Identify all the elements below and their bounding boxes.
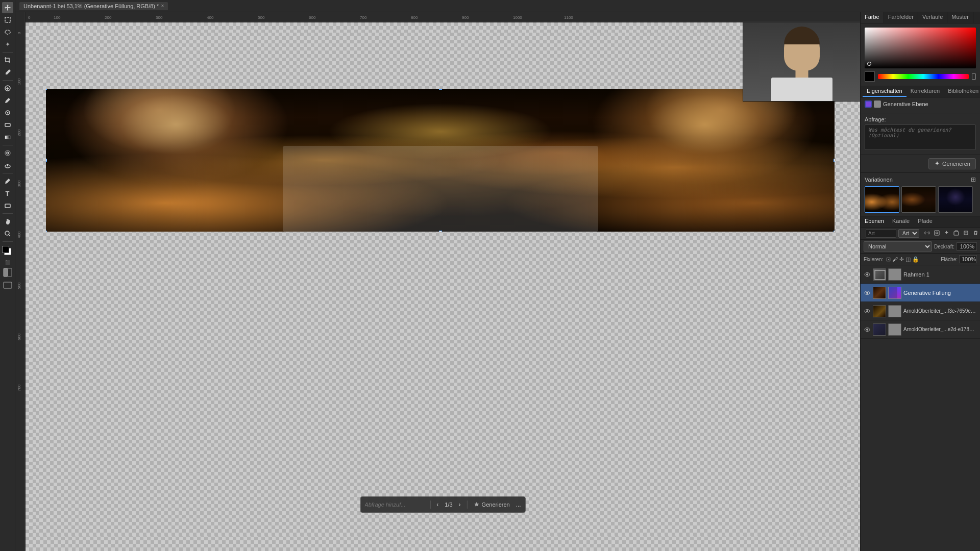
deckkraft-value[interactable]: 100% (957, 242, 977, 251)
gen-fill-input[interactable] (364, 502, 426, 508)
tool-brush[interactable] (2, 95, 13, 106)
prev-variation-button[interactable]: ‹ (434, 500, 440, 509)
tab-verlaufe[interactable]: Verläufe (918, 12, 947, 23)
screen-mode-icon[interactable] (3, 282, 12, 290)
color-boxes[interactable] (2, 246, 13, 257)
quick-mask-icon[interactable] (3, 268, 12, 279)
layer-mask-thumbnail (888, 268, 901, 281)
layer-visibility-button[interactable] (864, 326, 871, 333)
tab-farbe[interactable]: Farbe (861, 12, 884, 23)
layer-mask-thumbnail (888, 305, 901, 317)
tool-crop[interactable] (2, 55, 13, 66)
close-tab-button[interactable]: × (161, 3, 164, 9)
layer-search-input[interactable] (866, 229, 896, 238)
abfrage-label: Abfrage: (865, 116, 976, 122)
generieren-inline-button[interactable]: Generieren (472, 500, 512, 509)
svg-text:0: 0 (28, 15, 31, 20)
hue-slider-handle[interactable] (972, 73, 976, 80)
tool-clone[interactable] (2, 107, 13, 118)
svg-rect-37 (874, 101, 881, 108)
grid-view-icon[interactable]: ⊞ (971, 176, 976, 183)
tool-heal[interactable] (2, 83, 13, 94)
layer-item[interactable]: ArnoldOberleiter_...e2d-e17873a531ac (861, 320, 980, 339)
svg-rect-8 (5, 204, 10, 208)
layer-group-button[interactable] (952, 230, 960, 237)
tab-bibliotheken[interactable]: Bibliotheken (944, 86, 980, 97)
more-options-button[interactable]: ... (516, 501, 521, 508)
gen-layer-info: Generative Ebene (861, 97, 980, 113)
fix-position-icon[interactable]: ✛ (899, 256, 904, 263)
tab-eigenschaften[interactable]: Eigenschaften (863, 86, 906, 97)
tool-dodge[interactable] (2, 160, 13, 171)
tool-shape[interactable] (2, 200, 13, 211)
layer-mask-button[interactable] (933, 230, 941, 237)
toolbar-separator-1 (3, 52, 13, 53)
new-layer-button[interactable] (962, 230, 970, 237)
tool-move[interactable] (2, 2, 13, 13)
hue-bar[interactable] (878, 74, 969, 79)
layer-mask-thumbnail (888, 323, 901, 336)
tab-farbfelder[interactable]: Farbfelder (884, 12, 918, 23)
tool-type[interactable]: T (2, 188, 13, 199)
adjustment-layer-button[interactable] (943, 230, 950, 237)
ebenen-section: Ebenen Kanäle Pfade Art (861, 216, 980, 551)
layer-item[interactable]: Rahmen 1 (861, 265, 980, 284)
svg-text:800: 800 (411, 15, 418, 20)
canvas-area[interactable]: 0 100 200 300 400 500 600 700 800 900 10… (15, 12, 860, 551)
layer-visibility-button[interactable] (864, 271, 871, 278)
layer-item[interactable]: Generative Füllung (861, 284, 980, 302)
tool-hand[interactable] (2, 216, 13, 227)
blend-mode-row: Normal Deckraft: 100% (861, 240, 980, 254)
tool-eraser[interactable] (2, 119, 13, 131)
variation-thumb-2[interactable] (901, 186, 936, 213)
tool-zoom[interactable] (2, 228, 13, 239)
svg-text:200: 200 (105, 15, 112, 20)
fix-pixels-icon[interactable]: 🖌 (892, 256, 898, 263)
tab-ebenen[interactable]: Ebenen (861, 216, 888, 227)
tool-lasso[interactable] (2, 27, 13, 38)
document-tab[interactable]: Unbenannt-1 bei 53,1% (Generative Füllun… (19, 2, 168, 10)
layer-filter-dropdown[interactable]: Art (898, 229, 919, 238)
tab-kanale[interactable]: Kanäle (888, 216, 914, 227)
fix-artboard-icon[interactable]: ◫ (905, 256, 911, 263)
color-spectrum[interactable] (865, 28, 976, 68)
svg-rect-41 (954, 232, 959, 235)
svg-text:900: 900 (462, 15, 469, 20)
svg-text:200: 200 (17, 129, 21, 136)
color-swatch[interactable] (865, 71, 875, 82)
delete-layer-button[interactable] (972, 230, 979, 237)
tab-pfade[interactable]: Pfade (914, 216, 937, 227)
generieren-button[interactable]: Generieren (928, 158, 976, 169)
tab-muster[interactable]: Muster (947, 12, 973, 23)
fix-transparency-icon[interactable]: ⊡ (886, 256, 891, 263)
flache-value[interactable]: 100% (959, 255, 977, 263)
layer-visibility-button[interactable] (864, 289, 871, 296)
svg-point-49 (867, 310, 868, 312)
blend-mode-dropdown[interactable]: Normal (864, 241, 932, 252)
gen-fill-toolbar: ‹ 1/3 › Generieren ... (360, 496, 525, 513)
layer-thumbnail (873, 323, 886, 336)
tab-korrekturen[interactable]: Korrekturen (906, 86, 944, 97)
svg-text:100: 100 (54, 15, 61, 20)
layer-visibility-button[interactable] (864, 308, 871, 315)
tool-magic-wand[interactable]: ✦ (2, 39, 13, 50)
link-layers-button[interactable] (923, 230, 931, 237)
abfrage-input[interactable] (865, 124, 976, 150)
svg-text:600: 600 (17, 333, 21, 340)
variation-thumb-1[interactable] (865, 186, 899, 213)
variation-thumb-3[interactable] (938, 186, 973, 213)
default-colors-icon[interactable]: ⬛ (5, 260, 10, 265)
layer-item[interactable]: ArnoldOberleiter_...f3e-7659e030679 (861, 302, 980, 320)
tool-rect-select[interactable] (2, 14, 13, 26)
svg-text:400: 400 (207, 15, 214, 20)
svg-point-51 (867, 329, 868, 330)
fix-all-icon[interactable]: 🔒 (912, 256, 919, 263)
tool-pen[interactable] (2, 176, 13, 187)
tool-blur[interactable] (2, 147, 13, 159)
tool-eyedropper[interactable] (2, 67, 13, 78)
next-variation-button[interactable]: › (457, 500, 463, 509)
toolbar-separator-6 (3, 241, 13, 242)
center-dark-area (283, 146, 598, 232)
color-cursor[interactable] (867, 62, 871, 66)
tool-gradient[interactable] (2, 132, 13, 143)
